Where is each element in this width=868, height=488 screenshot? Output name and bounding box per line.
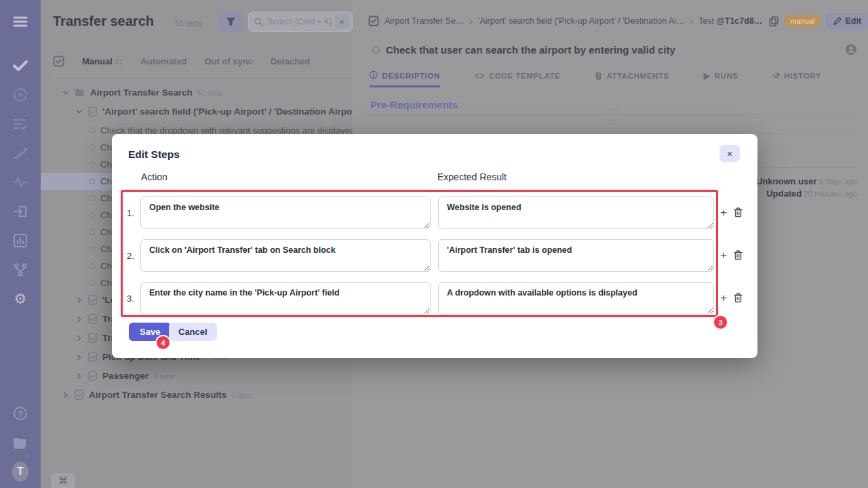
suite-test-count: 51 tests [175, 19, 202, 27]
step-action-input[interactable]: Click on 'Airport Transfer' tab on Searc… [140, 239, 431, 272]
app-logo[interactable]: T [12, 464, 28, 480]
chevron-down-icon[interactable] [75, 108, 83, 116]
cancel-button[interactable]: Cancel [169, 323, 217, 341]
file-check-icon [88, 371, 97, 381]
add-step-button[interactable]: + [717, 292, 730, 304]
file-check-icon [88, 106, 97, 117]
sign-in-icon[interactable] [12, 203, 28, 220]
updated-line: Updated 20 minutes ago [756, 188, 857, 200]
step-row-3: 3. Enter the city name in the 'Pick-up A… [112, 282, 757, 314]
chevron-right-icon[interactable] [75, 372, 83, 380]
test-status-circle [89, 161, 95, 167]
settings-gear-icon[interactable]: ⚙ [12, 291, 28, 307]
add-step-button[interactable]: + [717, 249, 730, 262]
panel-divider [53, 73, 353, 73]
filter-tab-out-of-sync[interactable]: Out of sync [204, 56, 253, 66]
chevron-right-icon[interactable] [75, 296, 83, 304]
author-line: Unknown user 6 days ago [756, 176, 857, 188]
pre-requirements-heading: Pre-Requirements [370, 99, 458, 110]
projects-folder-icon[interactable] [12, 434, 28, 451]
tree-suite-passenger[interactable]: Passenger 6 tests [41, 367, 353, 384]
test-status-circle [89, 280, 95, 286]
modal-title: Edit Steps [128, 148, 180, 161]
step-expected-input[interactable]: Website is opened [438, 197, 714, 229]
pulse-icon[interactable] [12, 174, 28, 190]
info-icon: ⓘ [370, 70, 378, 81]
tab-runs[interactable]: ▶RUNS [704, 70, 738, 87]
paperclip-icon [595, 71, 602, 81]
collapse-toggle[interactable] [606, 108, 618, 121]
test-status-circle [89, 212, 95, 218]
delete-step-icon[interactable] [734, 250, 743, 260]
test-status-circle [89, 127, 95, 134]
step-number: 2. [127, 239, 140, 272]
help-icon[interactable]: ? [12, 405, 28, 422]
filter-tab-detached[interactable]: Detached [271, 56, 311, 66]
keyboard-shortcuts-button[interactable]: ⌘ [51, 473, 75, 488]
test-status-circle [89, 178, 95, 184]
delete-step-icon[interactable] [734, 293, 743, 303]
expected-column-header: Expected Result [437, 171, 507, 182]
step-expected-input[interactable]: A dropdown with available options is dis… [438, 282, 714, 314]
chevron-right-icon[interactable] [75, 315, 83, 323]
tree-suite-search-results[interactable]: Airport Transfer Search Results 0 tests [41, 386, 353, 403]
chevron-down-icon[interactable] [62, 89, 70, 97]
edit-button[interactable]: Edit [826, 13, 868, 30]
breadcrumb-item-test[interactable]: Test @T1c7d8… [698, 16, 762, 26]
play-icon: ▶ [704, 71, 711, 81]
filter-tabs: Manual51 Automated Out of sync Detached [53, 56, 310, 67]
manual-badge: manual [784, 15, 821, 27]
test-status-circle [89, 144, 95, 150]
step-expected-input[interactable]: 'Airport Transfer' tab is opened [438, 239, 714, 272]
reports-chart-icon[interactable] [12, 232, 28, 249]
chevron-right-icon: › [469, 16, 473, 26]
plans-list-icon[interactable] [12, 116, 28, 132]
search-icon [254, 18, 263, 26]
steps-icon[interactable] [12, 145, 28, 161]
tab-attachments[interactable]: ATTACHMENTS [595, 70, 669, 87]
copy-icon[interactable] [769, 16, 778, 26]
search-input[interactable] [267, 17, 334, 26]
filter-tab-automated[interactable]: Automated [140, 56, 186, 66]
test-status-circle [372, 46, 380, 54]
delete-step-icon[interactable] [734, 207, 743, 218]
test-title: Check that user can search the airport b… [386, 44, 845, 56]
history-icon: ↺ [773, 71, 781, 81]
tab-code-template[interactable]: <>CODE TEMPLATE [475, 70, 561, 87]
menu-icon[interactable] [12, 14, 28, 30]
test-title-row: Check that user can search the airport b… [372, 43, 857, 56]
filter-button[interactable] [218, 12, 243, 32]
file-check-icon [88, 314, 97, 324]
branch-icon[interactable] [12, 262, 28, 278]
breadcrumb-item-subsuite[interactable]: 'Airport' search field ('Pick-up Airport… [478, 16, 684, 26]
tree-suite-airport-search-field[interactable]: 'Airport' search field ('Pick-up Airport… [41, 103, 353, 120]
step-row-2: 2. Click on 'Airport Transfer' tab on Se… [112, 239, 757, 272]
detail-tabs: ⓘDESCRIPTION <>CODE TEMPLATE ATTACHMENTS… [370, 70, 821, 87]
select-all-icon[interactable] [53, 56, 64, 67]
test-status-circle [89, 195, 95, 201]
step-action-input[interactable]: Open the website [140, 197, 431, 229]
filter-tab-manual[interactable]: Manual51 [82, 56, 123, 66]
tree-folder-airport-transfer-search[interactable]: Airport Transfer Search 51 tests [41, 84, 353, 101]
file-check-icon [75, 390, 83, 400]
file-check-icon [88, 295, 97, 305]
assignee-avatar-icon[interactable] [845, 43, 857, 56]
action-column-header: Action [141, 171, 167, 182]
tests-check-icon[interactable] [12, 58, 28, 74]
chevron-right-icon[interactable] [75, 353, 83, 361]
step-action-input[interactable]: Enter the city name in the 'Pick-up Airp… [140, 282, 431, 314]
tab-history[interactable]: ↺HISTORY [773, 70, 821, 87]
check-square-icon [368, 16, 379, 26]
chevron-right-icon[interactable] [75, 334, 83, 342]
search-clear-button[interactable]: × [334, 14, 349, 29]
modal-close-button[interactable]: × [719, 145, 740, 162]
runs-play-icon[interactable] [12, 87, 28, 103]
suite-title: Transfer search [53, 14, 154, 29]
app-sidebar: ⚙ ? T [0, 0, 41, 488]
step-row-1: 1. Open the website Website is opened + [112, 197, 757, 229]
tab-description[interactable]: ⓘDESCRIPTION [370, 70, 440, 87]
chevron-right-icon[interactable] [62, 391, 70, 399]
folder-icon [75, 88, 85, 97]
breadcrumb-item-suite[interactable]: Airport Transfer Se… [384, 16, 464, 26]
add-step-button[interactable]: + [717, 207, 730, 219]
